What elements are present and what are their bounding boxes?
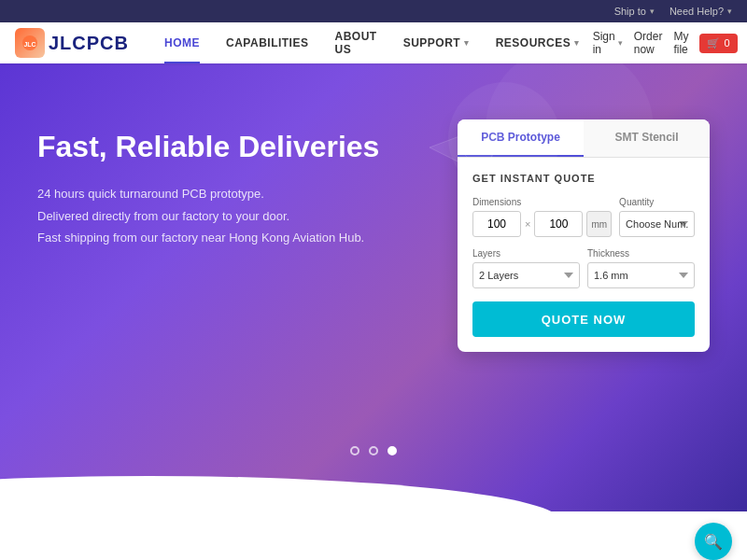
carousel-dots [350, 446, 397, 455]
cart-button[interactable]: 🛒 0 [699, 34, 737, 53]
quantity-label: Quantity [619, 197, 695, 207]
logo[interactable]: JLC JLCPCB [15, 28, 129, 58]
hero-text: Fast, Reliable Deliveries 24 hours quick… [37, 110, 458, 249]
thickness-label: Thickness [587, 248, 695, 259]
signin-chevron: ▾ [618, 38, 623, 48]
dim-height-input[interactable] [534, 211, 583, 237]
dim-width-input[interactable] [472, 211, 521, 237]
hero-section: Fast, Reliable Deliveries 24 hours quick… [0, 63, 747, 511]
dim-unit-label: mm [586, 211, 612, 237]
ship-to-selector[interactable]: Ship to ▾ [614, 6, 655, 17]
layers-label: Layers [472, 248, 580, 259]
dimensions-inputs: × mm [472, 211, 612, 237]
need-help-chevron: ▾ [727, 7, 732, 16]
layers-col: Layers 2 Layers 4 Layers 6 Layers [472, 248, 580, 288]
support-chevron: ▾ [464, 38, 470, 48]
nav-item-support[interactable]: SUPPORT ▾ [390, 22, 483, 63]
hero-title: Fast, Reliable Deliveries [37, 129, 458, 164]
search-icon: 🔍 [704, 533, 723, 551]
my-file-button[interactable]: My file [673, 30, 688, 56]
nav-item-home[interactable]: HOME [151, 22, 213, 63]
thickness-col: Thickness 1.6 mm 0.8 mm 1.2 mm 2.0 mm [587, 248, 695, 288]
resources-chevron: ▾ [574, 38, 580, 48]
svg-marker-2 [430, 119, 504, 175]
order-now-button[interactable]: Order now [634, 30, 663, 56]
quantity-select[interactable]: Choose Num.(5pcs) 10pcs 20pcs 50pcs [619, 211, 695, 237]
thickness-select[interactable]: 1.6 mm 0.8 mm 1.2 mm 2.0 mm [587, 262, 695, 288]
nav-item-capabilities[interactable]: CAPABILITIES [213, 22, 321, 63]
need-help-label: Need Help? [669, 6, 724, 17]
navbar: JLC JLCPCB HOME CAPABILITIES ABOUT US SU… [0, 22, 747, 63]
top-bar: Ship to ▾ Need Help? ▾ [0, 0, 747, 22]
quote-now-button[interactable]: QUOTE NOW [472, 301, 695, 337]
footer-area: 🔍 [0, 511, 747, 560]
cart-count: 0 [724, 37, 729, 49]
nav-right: Sign in ▾ Order now My file 🛒 0 [593, 30, 738, 56]
dot-3[interactable] [388, 446, 397, 455]
svg-text:JLC: JLC [23, 41, 35, 48]
nav-links: HOME CAPABILITIES ABOUT US SUPPORT ▾ RES… [151, 22, 593, 63]
quantity-col: Quantity Choose Num.(5pcs) 10pcs 20pcs 5… [619, 197, 695, 237]
need-help-selector[interactable]: Need Help? ▾ [669, 6, 732, 17]
ship-to-chevron: ▾ [650, 7, 655, 16]
cart-icon: 🛒 [707, 37, 720, 49]
logo-icon: JLC [15, 28, 45, 58]
dot-1[interactable] [350, 446, 359, 455]
chat-button[interactable]: 🔍 [695, 523, 732, 560]
hero-description: 24 hours quick turnaround PCB prototype.… [37, 183, 458, 248]
nav-item-about[interactable]: ABOUT US [321, 22, 389, 63]
layers-select[interactable]: 2 Layers 4 Layers 6 Layers [472, 262, 580, 288]
dot-2[interactable] [369, 446, 378, 455]
paper-plane-decoration [430, 119, 504, 179]
logo-text: JLCPCB [49, 33, 129, 54]
sign-in-button[interactable]: Sign in ▾ [593, 30, 623, 56]
nav-item-resources[interactable]: RESOURCES ▾ [483, 22, 593, 63]
ship-to-label: Ship to [614, 6, 646, 17]
form-row-layers-thickness: Layers 2 Layers 4 Layers 6 Layers Thickn… [472, 248, 695, 288]
dim-x-separator: × [525, 218, 530, 230]
